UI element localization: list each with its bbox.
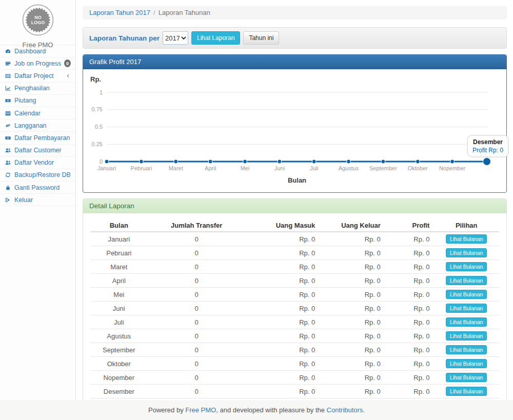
table-cell: Rp. 0 <box>319 274 385 288</box>
retweet-icon <box>5 123 11 129</box>
svg-text:Juni: Juni <box>274 165 285 171</box>
year-select[interactable]: 2017 <box>163 31 188 45</box>
users-icon <box>5 147 11 153</box>
footer-link-contributors[interactable]: Contributors. <box>327 406 365 414</box>
svg-text:0: 0 <box>100 158 103 165</box>
table-cell: Rp. 0 <box>319 385 385 398</box>
sidebar-item-dashboard[interactable]: Dashboard <box>0 45 75 57</box>
lihat-bulanan-button[interactable]: Lihat Bulanan <box>446 290 487 299</box>
table-cell: Rp. 0 <box>246 274 319 288</box>
table-cell-action: Lihat Bulanan <box>433 343 499 357</box>
table-cell: Rp. 0 <box>385 329 434 343</box>
sidebar-item-ganti-password[interactable]: Ganti Password <box>0 182 75 194</box>
sidebar-item-label: Backup/Restore DB <box>14 171 71 178</box>
sign-out-icon <box>5 197 11 203</box>
profit-line-chart[interactable]: Rp.00.250.50.751JanuariPebruariMaretApri… <box>83 69 506 192</box>
table-cell: 0 <box>148 329 246 343</box>
sidebar-item-keluar[interactable]: Keluar <box>0 194 75 206</box>
footer-link-freepmo[interactable]: Free PMO <box>185 406 216 414</box>
lihat-bulanan-button[interactable]: Lihat Bulanan <box>446 359 487 368</box>
svg-text:Pebruari: Pebruari <box>131 165 152 171</box>
sidebar-item-label: Calendar <box>14 110 41 117</box>
sidebar-item-backup-restore-db[interactable]: Backup/Restore DB <box>0 169 75 182</box>
table-cell: Agustus <box>90 329 148 343</box>
table-row: September0Rp. 0Rp. 0Rp. 0Lihat Bulanan <box>90 343 499 357</box>
svg-text:Agustus: Agustus <box>339 165 359 171</box>
column-header-bulan: Bulan <box>90 219 148 232</box>
table-cell: Rp. 0 <box>246 357 319 371</box>
lock-icon <box>5 185 11 191</box>
lihat-bulanan-button[interactable]: Lihat Bulanan <box>446 345 487 354</box>
lihat-bulanan-button[interactable]: Lihat Bulanan <box>446 331 487 341</box>
table-cell: Rp. 0 <box>385 315 434 329</box>
table-cell: September <box>90 343 148 357</box>
sidebar-item-daftar-pembayaran[interactable]: Daftar Pembayaran <box>0 132 75 144</box>
table-cell: Rp. 0 <box>246 246 319 260</box>
chevron-left-icon <box>66 73 71 79</box>
sidebar-item-daftar-project[interactable]: Daftar Project <box>0 70 75 82</box>
table-row: Agustus0Rp. 0Rp. 0Rp. 0Lihat Bulanan <box>90 329 499 343</box>
tahun-ini-button[interactable]: Tahun ini <box>243 31 279 45</box>
lihat-bulanan-button[interactable]: Lihat Bulanan <box>446 304 487 313</box>
table-cell: Rp. 0 <box>385 260 434 274</box>
table-cell: Rp. 0 <box>319 315 385 329</box>
sidebar-menu: DashboardJob on Progress0Daftar ProjectP… <box>0 45 75 206</box>
breadcrumb-link-laporan-tahun[interactable]: Laporan Tahun 2017 <box>89 9 150 16</box>
svg-text:0.25: 0.25 <box>92 141 103 147</box>
sidebar-item-langganan[interactable]: Langganan <box>0 119 75 132</box>
sidebar-item-job-on-progress[interactable]: Job on Progress0 <box>0 57 75 70</box>
lihat-bulanan-button[interactable]: Lihat Bulanan <box>446 234 487 244</box>
sidebar-item-label: Job on Progress <box>14 60 61 67</box>
table-cell: Rp. 0 <box>385 343 434 357</box>
table-row: Juni0Rp. 0Rp. 0Rp. 0Lihat Bulanan <box>90 302 499 315</box>
table-cell: Pebruari <box>90 246 148 260</box>
table-cell-action: Lihat Bulanan <box>433 260 499 274</box>
money-icon <box>5 97 11 104</box>
sidebar-item-label: Keluar <box>14 196 33 204</box>
column-header-uang-masuk: Uang Masuk <box>246 219 319 232</box>
brand-logo[interactable]: NOLOGO Free PMO <box>0 0 75 45</box>
table-cell: Rp. 0 <box>319 371 385 385</box>
sidebar-item-piutang[interactable]: Piutang <box>0 95 75 107</box>
lihat-bulanan-button[interactable]: Lihat Bulanan <box>446 276 487 285</box>
table-cell: 0 <box>148 302 246 315</box>
detail-panel-heading: Detail Laporan <box>83 199 506 213</box>
lihat-bulanan-button[interactable]: Lihat Bulanan <box>446 262 487 271</box>
table-row: Maret0Rp. 0Rp. 0Rp. 0Lihat Bulanan <box>90 260 499 274</box>
table-cell: 0 <box>148 274 246 288</box>
sidebar-item-daftar-customer[interactable]: Daftar Customer <box>0 145 75 157</box>
table-cell: Rp. 0 <box>385 232 434 246</box>
footer-text-prefix: Powered by <box>148 406 185 414</box>
table-cell: Rp. 0 <box>246 371 319 385</box>
table-header-row: BulanJumlah TransferUang MasukUang Kelua… <box>90 219 499 232</box>
lihat-bulanan-button[interactable]: Lihat Bulanan <box>446 373 487 382</box>
table-cell: 0 <box>148 315 246 329</box>
lihat-bulanan-button[interactable]: Lihat Bulanan <box>446 387 487 396</box>
footer: Powered by Free PMO, and developed with … <box>0 400 513 420</box>
table-row: Oktober0Rp. 0Rp. 0Rp. 0Lihat Bulanan <box>90 357 499 371</box>
table-cell: April <box>90 274 148 288</box>
svg-text:Nopember: Nopember <box>439 165 466 171</box>
sidebar-item-label: Daftar Vendor <box>14 159 54 166</box>
sidebar-item-daftar-vendor[interactable]: Daftar Vendor <box>0 157 75 169</box>
lihat-bulanan-button[interactable]: Lihat Bulanan <box>446 317 487 327</box>
filter-label: Laporan Tahunan per <box>89 34 160 42</box>
lihat-laporan-button[interactable]: Lihat Laporan <box>191 31 240 45</box>
svg-text:0.75: 0.75 <box>92 107 103 113</box>
table-cell: Maret <box>90 260 148 274</box>
table-cell: Rp. 0 <box>319 329 385 343</box>
table-cell: Rp. 0 <box>385 274 434 288</box>
table-cell: Rp. 0 <box>319 288 385 302</box>
svg-text:April: April <box>205 165 216 171</box>
lihat-bulanan-button[interactable]: Lihat Bulanan <box>446 248 487 257</box>
table-row: Mei0Rp. 0Rp. 0Rp. 0Lihat Bulanan <box>90 288 499 302</box>
sidebar-item-penghasilan[interactable]: Penghasilan <box>0 83 75 95</box>
line-chart-icon <box>5 85 11 91</box>
sidebar-item-calendar[interactable]: Calendar <box>0 107 75 119</box>
chart-body: Rp.00.250.50.751JanuariPebruariMaretApri… <box>83 69 506 192</box>
table-cell-action: Lihat Bulanan <box>433 246 499 260</box>
svg-text:0.5: 0.5 <box>95 124 103 130</box>
sidebar-item-label: Daftar Pembayaran <box>14 134 70 142</box>
table-cell: Juni <box>90 302 148 315</box>
breadcrumb: Laporan Tahun 2017/Laporan Tahunan <box>83 6 507 19</box>
